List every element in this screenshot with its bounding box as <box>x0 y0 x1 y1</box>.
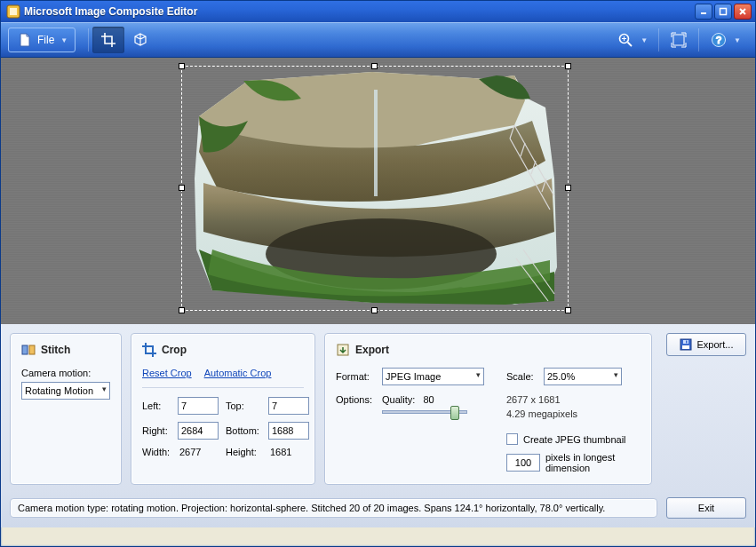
canvas-area[interactable] <box>1 58 755 324</box>
svg-rect-10 <box>673 35 684 45</box>
window-title: Microsoft Image Composite Editor <box>24 5 695 18</box>
stitch-header: Stitch <box>21 343 110 357</box>
export-icon <box>336 343 350 357</box>
bottom-input[interactable] <box>268 422 309 440</box>
format-select[interactable]: JPEG Image <box>382 368 484 385</box>
create-thumbnail-label: Create JPEG thumbnail <box>523 434 626 445</box>
crop-handle-top-mid[interactable] <box>371 63 378 69</box>
automatic-crop-link[interactable]: Automatic Crop <box>204 368 272 378</box>
crop-tool-button[interactable] <box>92 27 124 53</box>
export-header: Export <box>336 343 641 357</box>
svg-rect-1 <box>10 8 17 15</box>
crop-title: Crop <box>162 344 187 356</box>
chevron-down-icon: ▼ <box>641 36 648 44</box>
format-label: Format: <box>336 371 377 382</box>
crop-header: Crop <box>142 343 304 357</box>
cube-tool-button[interactable] <box>124 27 156 53</box>
svg-line-7 <box>628 43 633 47</box>
quality-label: Quality: <box>382 394 415 405</box>
svg-rect-3 <box>720 9 727 15</box>
scale-select[interactable]: 25.0% <box>544 368 622 385</box>
chevron-down-icon: ▼ <box>60 36 68 44</box>
right-label: Right: <box>142 425 174 436</box>
svg-rect-23 <box>22 345 28 354</box>
crop-panel: Crop Reset Crop Automatic Crop Left: Top… <box>131 333 315 485</box>
options-label: Options: <box>336 394 377 405</box>
stitch-icon <box>21 343 36 357</box>
stitch-title: Stitch <box>41 344 70 356</box>
scale-label: Scale: <box>506 371 538 382</box>
left-label: Left: <box>142 400 174 411</box>
export-button-label: Export... <box>697 339 734 350</box>
camera-motion-select[interactable]: Rotating Motion <box>21 382 110 400</box>
toolbar: File ▼ ▼ <box>1 22 755 58</box>
help-button[interactable]: ? ▼ <box>703 27 748 53</box>
exit-button[interactable]: Exit <box>666 497 746 519</box>
reset-crop-link[interactable]: Reset Crop <box>142 368 192 378</box>
create-thumbnail-checkbox[interactable] <box>506 433 518 445</box>
thumbnail-size-label: pixels in longest dimension <box>545 452 634 473</box>
svg-rect-29 <box>686 341 688 344</box>
camera-motion-label: Camera motion: <box>21 368 110 378</box>
thumbnail-size-input[interactable] <box>506 454 540 472</box>
file-menu-label: File <box>37 34 54 46</box>
exit-button-label: Exit <box>698 503 714 513</box>
crop-icon <box>142 343 156 357</box>
fit-screen-icon <box>670 31 688 49</box>
status-text: Camera motion type: rotating motion. Pro… <box>10 498 657 518</box>
quality-slider[interactable] <box>382 410 467 414</box>
crop-icon <box>99 31 117 49</box>
cube-icon <box>131 31 149 49</box>
window-buttons <box>695 4 752 20</box>
svg-rect-27 <box>682 345 689 349</box>
export-button[interactable]: Export... <box>666 333 746 356</box>
top-label: Top: <box>226 400 265 411</box>
magnifier-icon <box>617 31 634 49</box>
statusbar: Camera motion type: rotating motion. Pro… <box>1 490 755 527</box>
close-button[interactable] <box>734 4 752 20</box>
export-title: Export <box>355 344 389 356</box>
height-value: 1681 <box>268 447 314 457</box>
stitch-panel: Stitch Camera motion: Rotating Motion <box>10 333 122 485</box>
document-icon <box>16 31 34 49</box>
crop-handle-bottom-left[interactable] <box>179 307 185 313</box>
app-window: Microsoft Image Composite Editor File ▼ <box>0 0 756 547</box>
height-label: Height: <box>226 447 265 457</box>
output-dimensions: 2677 x 1681 <box>506 394 641 405</box>
app-icon <box>6 4 20 19</box>
crop-handle-top-right[interactable] <box>565 63 571 69</box>
panels-area: Stitch Camera motion: Rotating Motion Cr… <box>1 324 755 490</box>
zoom-button[interactable]: ▼ <box>609 27 655 53</box>
crop-rectangle[interactable] <box>181 66 569 311</box>
minimize-button[interactable] <box>695 4 712 20</box>
svg-rect-24 <box>29 345 35 354</box>
export-panel: Export Format: JPEG Image <box>324 333 652 485</box>
left-input[interactable] <box>178 397 219 415</box>
crop-handle-bottom-mid[interactable] <box>371 307 378 313</box>
crop-handle-bottom-right[interactable] <box>565 307 571 313</box>
right-input[interactable] <box>178 422 219 440</box>
titlebar: Microsoft Image Composite Editor <box>1 1 755 22</box>
width-value: 2677 <box>178 447 222 457</box>
bottom-label: Bottom: <box>226 425 265 436</box>
crop-handle-mid-right[interactable] <box>565 185 571 191</box>
quality-value: 80 <box>423 394 434 405</box>
crop-handle-top-left[interactable] <box>179 63 185 69</box>
fit-button[interactable] <box>663 27 695 53</box>
file-menu[interactable]: File ▼ <box>8 28 76 52</box>
maximize-button[interactable] <box>714 4 732 20</box>
width-label: Width: <box>142 447 174 457</box>
svg-text:?: ? <box>716 35 722 45</box>
help-icon: ? <box>710 31 728 49</box>
chevron-down-icon: ▼ <box>734 36 741 44</box>
floppy-icon <box>680 338 692 351</box>
output-megapixels: 4.29 megapixels <box>506 408 641 419</box>
crop-handle-mid-left[interactable] <box>179 185 185 191</box>
top-input[interactable] <box>268 397 309 415</box>
